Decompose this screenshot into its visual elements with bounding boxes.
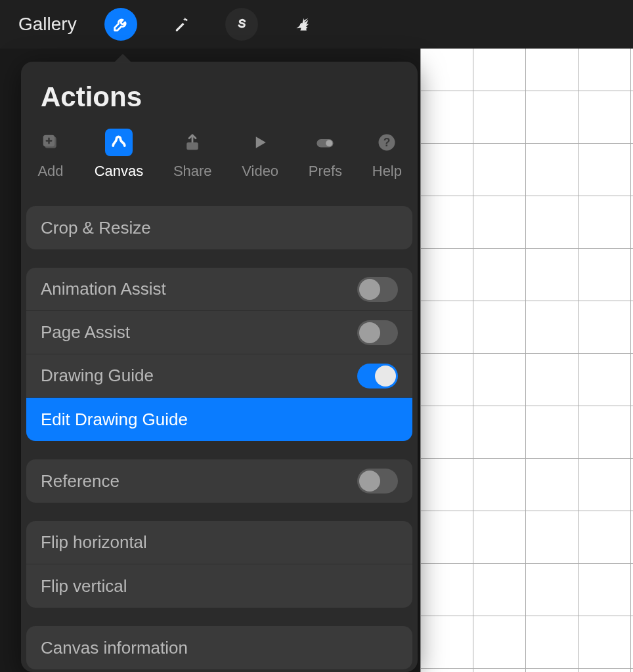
actions-icon[interactable]	[104, 8, 137, 41]
s-icon	[232, 15, 251, 33]
wrench-icon	[112, 15, 130, 33]
selection-icon[interactable]	[225, 8, 258, 41]
row-drawing-guide-label: Drawing Guide	[41, 366, 154, 386]
toggle-animation-assist[interactable]	[357, 277, 398, 302]
tab-canvas[interactable]: Canvas	[95, 129, 144, 180]
transform-icon[interactable]	[286, 8, 318, 41]
tab-help[interactable]: ? Help	[372, 129, 402, 180]
row-animation-assist-label: Animation Assist	[41, 279, 166, 299]
row-edit-drawing-guide-label: Edit Drawing Guide	[41, 410, 188, 430]
arrow-cursor-icon	[293, 15, 311, 33]
help-icon: ?	[377, 133, 397, 152]
svg-point-4	[326, 140, 333, 146]
canvas-icon	[109, 133, 129, 152]
row-page-assist-label: Page Assist	[41, 322, 130, 343]
play-icon	[250, 133, 270, 152]
row-drawing-guide[interactable]: Drawing Guide	[26, 354, 412, 398]
row-flip-vertical-label: Flip vertical	[41, 576, 127, 597]
canvas-grid[interactable]	[420, 49, 633, 672]
toggle-icon	[315, 133, 335, 152]
row-canvas-info[interactable]: Canvas information	[26, 626, 412, 669]
svg-text:?: ?	[383, 136, 391, 149]
tab-help-label: Help	[372, 163, 402, 180]
tab-prefs-label: Prefs	[309, 163, 342, 180]
row-edit-drawing-guide[interactable]: Edit Drawing Guide	[26, 398, 412, 441]
actions-tab-row: Add Canvas Share	[21, 129, 418, 180]
topbar: Gallery	[0, 0, 633, 49]
row-page-assist[interactable]: Page Assist	[26, 311, 412, 354]
tab-prefs[interactable]: Prefs	[309, 129, 342, 180]
add-icon	[41, 133, 60, 152]
adjustments-icon[interactable]	[165, 8, 198, 41]
row-flip-vertical[interactable]: Flip vertical	[26, 564, 412, 608]
row-reference[interactable]: Reference	[26, 459, 412, 503]
tab-video[interactable]: Video	[242, 129, 278, 180]
toggle-page-assist[interactable]	[357, 320, 398, 345]
tab-add-label: Add	[37, 163, 63, 180]
row-canvas-info-label: Canvas information	[41, 638, 188, 658]
row-flip-horizontal-label: Flip horizontal	[41, 532, 147, 553]
tab-video-label: Video	[242, 163, 278, 180]
toggle-drawing-guide[interactable]	[357, 364, 398, 388]
panel-title: Actions	[21, 81, 418, 113]
tab-canvas-label: Canvas	[95, 163, 144, 180]
actions-panel: Actions Add Canvas	[21, 62, 418, 672]
tab-share-label: Share	[173, 163, 212, 180]
row-crop-resize-label: Crop & Resize	[41, 218, 151, 238]
tab-add[interactable]: Add	[37, 129, 64, 180]
row-reference-label: Reference	[41, 471, 120, 492]
share-icon	[183, 133, 202, 152]
toggle-reference[interactable]	[357, 469, 398, 494]
row-flip-horizontal[interactable]: Flip horizontal	[26, 521, 412, 564]
tab-share[interactable]: Share	[173, 129, 212, 180]
wand-icon	[172, 15, 190, 33]
row-crop-resize[interactable]: Crop & Resize	[26, 206, 412, 249]
svg-rect-2	[186, 142, 198, 150]
gallery-button[interactable]: Gallery	[18, 14, 77, 35]
row-animation-assist[interactable]: Animation Assist	[26, 268, 412, 311]
